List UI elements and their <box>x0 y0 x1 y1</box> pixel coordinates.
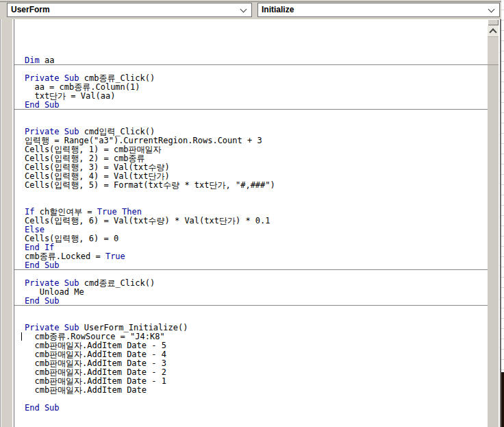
code-line[interactable]: Private Sub cmd입력_Click() <box>14 127 488 136</box>
code-line[interactable]: Unload Me <box>14 288 488 297</box>
code-line[interactable] <box>14 29 488 38</box>
code-segment: ch할인여부 = <box>34 208 97 217</box>
code-line[interactable]: cmb판매일자.AddItem Date - 4 <box>14 350 488 359</box>
code-line[interactable] <box>14 65 488 74</box>
code-line[interactable]: Cells(입력행, 2) = cmb종류 <box>14 154 488 163</box>
code-line[interactable]: Private Sub cmb종류_Click() <box>14 74 488 83</box>
scrollbar-thumb[interactable] <box>488 36 499 65</box>
code-segment: True <box>105 252 125 261</box>
code-segment: Cells(입력행, 6) = Val(txt수량) * Val(txt단가) … <box>25 217 270 225</box>
code-line[interactable] <box>14 315 488 324</box>
dropdown-chevron-icon[interactable] <box>240 6 247 13</box>
background-window-edge <box>501 0 504 427</box>
code-line[interactable]: End Sub <box>14 261 488 270</box>
margin-indicator-bar[interactable] <box>1 19 12 427</box>
split-handle[interactable] <box>488 19 499 25</box>
code-line[interactable]: txt단가 = Val(aa) <box>14 92 488 101</box>
code-line[interactable]: End Sub <box>14 297 488 306</box>
code-line[interactable]: aa = cmb종류.Column(1) <box>14 83 488 92</box>
code-line[interactable]: Cells(입력행, 3) = Val(txt수량) <box>14 163 488 172</box>
code-segment: True <box>97 208 117 217</box>
code-segment: cmb종류.RowSource = "J4:K8" <box>25 332 165 341</box>
code-line[interactable]: cmb판매일자.AddItem Date - 1 <box>14 377 488 386</box>
vba-code-window: UserForm Initialize Dim aaPrivate Sub cm… <box>0 0 504 427</box>
code-line[interactable]: cmb판매일자.AddItem Date - 3 <box>14 359 488 368</box>
code-segment <box>117 208 122 217</box>
code-line[interactable]: Cells(입력행, 5) = Format(txt수량 * txt단가, "#… <box>14 181 488 190</box>
code-line[interactable] <box>14 38 488 47</box>
object-combo-value: UserForm <box>11 3 50 16</box>
procedure-combo[interactable]: Initialize <box>257 3 500 17</box>
code-line[interactable]: cmb판매일자.AddItem Date - 2 <box>14 368 488 377</box>
code-line[interactable] <box>14 110 488 119</box>
code-segment: End Sub <box>25 297 60 306</box>
code-line[interactable]: End Sub <box>14 101 488 110</box>
toolbar-divider <box>0 1 504 2</box>
code-line[interactable] <box>14 119 488 127</box>
code-segment: Private Sub <box>25 74 79 83</box>
window-left-border <box>0 19 1 427</box>
code-line[interactable] <box>14 190 488 199</box>
code-segment: aa = cmb종류.Column(1) <box>25 83 140 92</box>
code-line[interactable]: End If <box>14 243 488 252</box>
code-segment: Private Sub <box>25 127 79 136</box>
code-segment: aa <box>40 56 55 65</box>
code-segment: Cells(입력행, 2) = cmb종류 <box>25 154 145 163</box>
code-line[interactable] <box>14 270 488 279</box>
code-line[interactable]: Dim aa <box>14 56 488 65</box>
code-segment: cmb판매일자.AddItem Date - 1 <box>25 377 166 386</box>
code-segment: Cells(입력행, 3) = Val(txt수량) <box>25 163 170 172</box>
code-segment: cmb판매일자.AddItem Date - 2 <box>25 368 166 377</box>
scroll-up-button[interactable] <box>488 25 499 36</box>
code-segment: cmb판매일자.AddItem Date - 4 <box>25 350 166 359</box>
code-line[interactable] <box>14 21 488 29</box>
code-segment: cmb판매일자.AddItem Date - 5 <box>25 341 166 350</box>
code-line[interactable]: 입력행 = Range("a3").CurrentRegion.Rows.Cou… <box>14 136 488 145</box>
object-combo[interactable]: UserForm <box>7 3 252 17</box>
code-segment: cmb판매일자.AddItem Date <box>25 386 147 395</box>
code-line[interactable]: cmb종류.RowSource = "J4:K8" <box>14 332 488 341</box>
code-line[interactable] <box>14 199 488 208</box>
code-line[interactable] <box>14 306 488 315</box>
code-line[interactable] <box>14 395 488 404</box>
code-line[interactable]: cmb판매일자.AddItem Date - 5 <box>14 341 488 350</box>
code-line[interactable] <box>14 47 488 56</box>
procedure-combo-value: Initialize <box>262 3 294 16</box>
code-line[interactable]: End Sub <box>14 404 488 413</box>
code-segment: txt단가 = Val(aa) <box>25 92 115 101</box>
code-segment: Else <box>25 225 45 234</box>
code-segment: Then <box>122 208 142 217</box>
dropdown-chevron-icon[interactable] <box>488 6 495 13</box>
code-line[interactable]: If ch할인여부 = True Then <box>14 208 488 217</box>
code-segment: Cells(입력행, 6) = 0 <box>25 234 118 243</box>
code-line[interactable]: Cells(입력행, 6) = 0 <box>14 234 488 243</box>
code-segment: End If <box>25 243 54 252</box>
code-editor[interactable]: Dim aaPrivate Sub cmb종류_Click() aa = cmb… <box>14 19 488 427</box>
code-segment: 입력행 = Range("a3").CurrentRegion.Rows.Cou… <box>25 136 262 145</box>
code-line[interactable]: Else <box>14 225 488 234</box>
code-segment: End Sub <box>25 404 60 413</box>
code-segment: Cells(입력행, 4) = Val(txt단가) <box>25 172 170 181</box>
code-segment: Private Sub <box>25 324 79 332</box>
code-segment: Unload Me <box>25 288 84 297</box>
background-dark-region <box>501 372 504 427</box>
code-line[interactable]: cmb종류.Locked = True <box>14 252 488 261</box>
code-segment: cmd입력_Click() <box>79 127 155 136</box>
code-segment: Cells(입력행, 5) = Format(txt수량 * txt단가, "#… <box>25 181 275 190</box>
code-line[interactable]: Cells(입력행, 4) = Val(txt단가) <box>14 172 488 181</box>
code-line[interactable]: Cells(입력행, 1) = cmb판매일자 <box>14 145 488 154</box>
code-pane: Dim aaPrivate Sub cmb종류_Click() aa = cmb… <box>0 19 504 427</box>
code-line[interactable]: Cells(입력행, 6) = Val(txt수량) * Val(txt단가) … <box>14 217 488 225</box>
code-segment: End Sub <box>25 101 60 110</box>
combo-toolbar: UserForm Initialize <box>0 0 504 19</box>
scroll-up-arrow-icon <box>489 28 496 36</box>
code-segment: cmd종료_Click() <box>79 279 155 288</box>
text-caret <box>21 332 22 341</box>
code-line[interactable]: Private Sub cmd종료_Click() <box>14 279 488 288</box>
code-line[interactable]: cmb판매일자.AddItem Date <box>14 386 488 395</box>
code-line[interactable]: Private Sub UserForm_Initialize() <box>14 324 488 332</box>
vertical-scrollbar[interactable] <box>488 19 499 427</box>
code-lines: Dim aaPrivate Sub cmb종류_Click() aa = cmb… <box>14 21 488 413</box>
code-segment: UserForm_Initialize() <box>79 324 188 332</box>
code-segment: End Sub <box>25 261 60 270</box>
